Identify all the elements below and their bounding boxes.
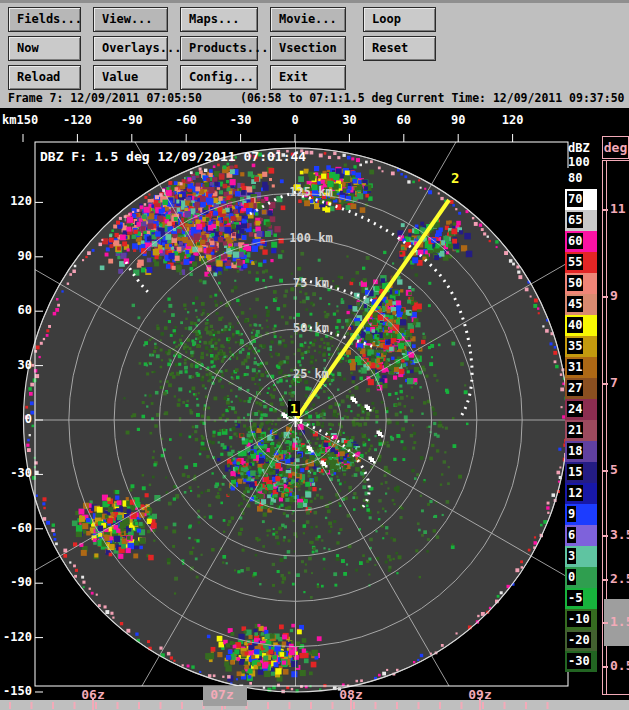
colorbar-value-label: -30: [567, 653, 591, 669]
colorbar-title: dBZ: [568, 141, 590, 155]
colorbar-entry--10: -10: [565, 609, 597, 630]
range-ring-label-25km: 25 km: [293, 367, 329, 381]
left-axis-label-0: 0: [0, 412, 32, 426]
colorbar-value-label: 27: [567, 380, 583, 396]
colorbar-entry-45: 45: [565, 294, 597, 315]
colorbar-entry-50: 50: [565, 273, 597, 294]
time-axis-label-09z[interactable]: 09z: [468, 687, 491, 702]
elevation-label-2.5[interactable]: 2.5: [610, 571, 629, 586]
loop-range-label: (06:58 to 07:1:1.5 deg: [240, 91, 392, 105]
left-axis-label-90: 90: [0, 249, 32, 263]
colorbar-value-label: 0: [567, 569, 576, 585]
colorbar-entry-18: 18: [565, 441, 597, 462]
colorbar-value-label: 50: [567, 275, 583, 291]
elevation-tick: [602, 622, 608, 624]
left-axis-label-30: 30: [0, 358, 32, 372]
top-axis-label-90: 90: [451, 113, 465, 127]
colorbar-entry--30: -30: [565, 651, 597, 672]
menu-button-now[interactable]: Now: [8, 36, 81, 61]
time-axis-label-07z[interactable]: 07z: [210, 687, 233, 702]
current-time-label: Current Time: 12/09/2011 09:37:50: [396, 91, 624, 105]
range-ring-label-50km: 50 km: [293, 321, 329, 335]
top-axis-label--90: -90: [121, 113, 143, 127]
colorbar-value-label: 9: [567, 506, 576, 522]
menu-button-config[interactable]: Config...: [180, 65, 258, 90]
left-axis-label--90: -90: [0, 575, 32, 589]
elevation-tick: [602, 383, 608, 385]
vsection-point-2-label[interactable]: 2: [451, 170, 459, 186]
colorbar-entry-21: 21: [565, 420, 597, 441]
menu-button-fields[interactable]: Fields...: [8, 7, 81, 32]
menu-button-movie[interactable]: Movie...: [270, 7, 346, 32]
menu-button-reset[interactable]: Reset: [363, 36, 436, 61]
left-axis-label--120: -120: [0, 630, 32, 644]
colorbar-entry-70: 70: [565, 189, 597, 210]
elevation-label-0.5[interactable]: 0.5: [610, 658, 629, 673]
colorbar-value-label: 70: [567, 191, 583, 207]
colorbar-value-label: 55: [567, 254, 583, 270]
colorbar-entry-15: 15: [565, 462, 597, 483]
range-ring-label-125km: 125 km: [289, 185, 332, 199]
menu-button-view[interactable]: View...: [93, 7, 168, 32]
colorbar-value-label: 6: [567, 527, 576, 543]
elevation-tick: [602, 535, 608, 537]
top-axis-label-0: 0: [291, 113, 298, 127]
time-axis-label-08z[interactable]: 08z: [339, 687, 362, 702]
menu-button-loop[interactable]: Loop: [363, 7, 436, 32]
colorbar-entry-65: 65: [565, 210, 597, 231]
elevation-scale[interactable]: 119753.52.51.50.5: [602, 160, 629, 695]
top-axis-label-30: 30: [342, 113, 356, 127]
range-ring-label-75km: 75 km: [293, 276, 329, 290]
elevation-tick: [602, 296, 608, 298]
frame-time-label: Frame 7: 12/09/2011 07:05:50: [8, 91, 202, 105]
elevation-label-5[interactable]: 5: [610, 462, 618, 477]
colorbar-value-label: 24: [567, 401, 583, 417]
cidd-radar-window: Fields...View...Maps...Movie...LoopNowOv…: [0, 0, 629, 710]
top-axis-unit-label: km150: [2, 113, 38, 127]
top-axis-label--30: -30: [230, 113, 252, 127]
menu-button-reload[interactable]: Reload: [8, 65, 81, 90]
elevation-tick: [602, 579, 608, 581]
colorbar-entry--20: -20: [565, 630, 597, 651]
colorbar-max-value: 100: [568, 155, 590, 169]
field-label: DBZ F: 1.5 deg 12/09/2011 07:01:44: [40, 149, 306, 164]
radar-display-area: DBZ F: 1.5 deg 12/09/2011 07:01:44 km150…: [0, 108, 629, 710]
menu-button-value[interactable]: Value: [93, 65, 168, 90]
colorbar-entry-9: 9: [565, 504, 597, 525]
colorbar-value-label: 65: [567, 212, 583, 228]
colorbar-value-label: 12: [567, 485, 583, 501]
elevation-tick: [602, 209, 608, 211]
left-axis-label-120: 120: [0, 194, 32, 208]
time-axis-label-06z[interactable]: 06z: [81, 687, 104, 702]
colorbar-entry-80: 80: [565, 168, 597, 189]
elevation-label-11[interactable]: 11: [610, 201, 626, 216]
menu-button-overlays[interactable]: Overlays...: [93, 36, 168, 61]
colorbar-entry-12: 12: [565, 483, 597, 504]
colorbar-entry-0: 0: [565, 567, 597, 588]
colorbar-entry-40: 40: [565, 315, 597, 336]
colorbar-entry-27: 27: [565, 378, 597, 399]
elevation-label-3.5[interactable]: 3.5: [610, 527, 629, 542]
range-ring-label-100km: 100 km: [289, 231, 332, 245]
colorbar-entry--5: -5: [565, 588, 597, 609]
colorbar-value-label: 45: [567, 296, 583, 312]
menu-button-products[interactable]: Products...: [180, 36, 258, 61]
colorbar-entry-60: 60: [565, 231, 597, 252]
elevation-label-7[interactable]: 7: [610, 375, 618, 390]
colorbar-value-label: 21: [567, 422, 583, 438]
colorbar-entry-24: 24: [565, 399, 597, 420]
elevation-label-1.5[interactable]: 1.5: [610, 614, 629, 629]
colorbar-value-label: 40: [567, 317, 583, 333]
left-axis-label-60: 60: [0, 303, 32, 317]
colorbar-entry-31: 31: [565, 357, 597, 378]
vsection-point-1-label[interactable]: 1: [288, 401, 300, 416]
colorbar-value-label: 15: [567, 464, 583, 480]
menu-button-vsection[interactable]: Vsection: [270, 36, 346, 61]
top-axis-label-120: 120: [502, 113, 524, 127]
colorbar-value-label: 80: [567, 170, 583, 186]
menu-button-maps[interactable]: Maps...: [180, 7, 258, 32]
top-axis-label--60: -60: [175, 113, 197, 127]
menu-button-exit[interactable]: Exit: [270, 65, 346, 90]
elevation-tick: [602, 470, 608, 472]
elevation-label-9[interactable]: 9: [610, 288, 618, 303]
